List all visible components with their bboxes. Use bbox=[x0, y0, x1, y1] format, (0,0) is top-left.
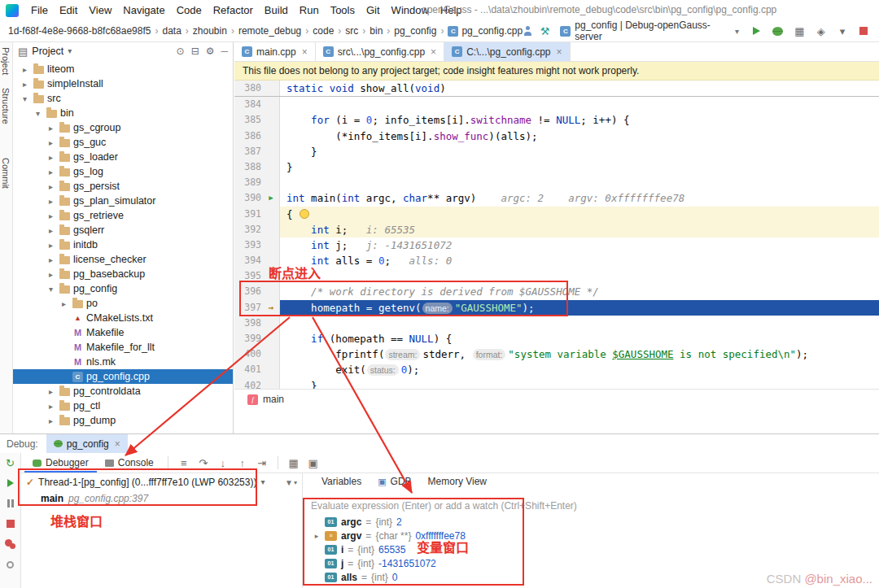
menu-code[interactable]: Code bbox=[171, 4, 208, 16]
code-line[interactable]: 388} bbox=[234, 159, 879, 175]
tab-gdb[interactable]: ▣ GDB bbox=[370, 476, 418, 487]
tree-chevron-icon[interactable]: ▸ bbox=[46, 168, 56, 176]
tree-chevron-icon[interactable]: ▸ bbox=[20, 65, 30, 74]
collapse-all-icon[interactable]: ⊟ bbox=[191, 46, 199, 56]
tree-chevron-icon[interactable]: ▾ bbox=[20, 94, 30, 103]
menu-refactor[interactable]: Refactor bbox=[208, 4, 259, 16]
step-over-icon[interactable]: ↷ bbox=[196, 458, 211, 468]
gutter[interactable]: 393 bbox=[234, 237, 280, 253]
tree-chevron-icon[interactable]: ▸ bbox=[46, 416, 56, 425]
stop-button[interactable] bbox=[857, 24, 871, 38]
rerun-button[interactable]: ↻ bbox=[3, 456, 18, 469]
gutter[interactable]: 400 bbox=[234, 346, 280, 362]
evaluate-expression-icon[interactable]: ▦ bbox=[286, 458, 301, 468]
line-number[interactable]: 387 bbox=[234, 144, 265, 159]
locate-file-icon[interactable]: ⊙ bbox=[177, 46, 185, 56]
breadcrumb-item[interactable]: zhoubin bbox=[193, 25, 227, 37]
line-number[interactable]: 388 bbox=[234, 159, 265, 175]
tree-chevron-icon[interactable]: ▸ bbox=[46, 270, 56, 279]
tree-chevron-icon[interactable]: ▸ bbox=[46, 402, 56, 411]
app-logo-icon[interactable] bbox=[6, 4, 19, 17]
line-number[interactable]: 397 bbox=[234, 300, 265, 316]
menu-build[interactable]: Build bbox=[259, 4, 294, 16]
gutter[interactable]: 401 bbox=[234, 362, 280, 377]
line-number[interactable]: 385 bbox=[234, 112, 265, 128]
tree-chevron-icon[interactable]: ▸ bbox=[46, 226, 56, 235]
menu-view[interactable]: View bbox=[83, 4, 117, 16]
tree-chevron-icon[interactable]: ▾ bbox=[46, 285, 56, 294]
gutter[interactable]: 388 bbox=[234, 159, 280, 175]
line-number[interactable]: 392 bbox=[234, 222, 265, 237]
tab-variables[interactable]: Variables bbox=[314, 476, 369, 487]
breadcrumb-item[interactable]: Cpg_config.cpp bbox=[448, 25, 523, 37]
menu-run[interactable]: Run bbox=[294, 4, 325, 16]
resume-button[interactable] bbox=[3, 477, 18, 490]
more-run-options-chevron[interactable]: ▾ bbox=[835, 24, 849, 38]
menu-tools[interactable]: Tools bbox=[325, 4, 361, 16]
line-number[interactable]: 384 bbox=[234, 97, 265, 112]
code-line[interactable]: 396 /* work directory is derived from $G… bbox=[234, 284, 879, 299]
tree-item-pg_dump[interactable]: ▸pg_dump bbox=[13, 413, 233, 428]
tree-item-gs_retrieve[interactable]: ▸gs_retrieve bbox=[13, 208, 233, 223]
line-number[interactable]: 396 bbox=[234, 284, 265, 299]
editor-tab[interactable]: Cmain.cpp× bbox=[234, 42, 316, 61]
line-number[interactable]: 380 bbox=[234, 81, 265, 96]
gutter[interactable]: 386 bbox=[234, 128, 280, 144]
tree-chevron-icon[interactable]: ▸ bbox=[46, 241, 56, 250]
chevron-down-icon[interactable]: ▾ bbox=[68, 47, 72, 55]
line-number[interactable]: 395 bbox=[234, 268, 265, 284]
code-line[interactable]: 389 bbox=[234, 175, 879, 190]
evaluate-expression-field[interactable]: Evaluate expression (Enter) or add a wat… bbox=[303, 500, 879, 512]
run-button[interactable] bbox=[750, 24, 763, 38]
tree-chevron-icon[interactable]: ▸ bbox=[59, 299, 69, 308]
step-into-icon[interactable]: ↓ bbox=[216, 458, 230, 468]
tree-item-pg_config[interactable]: ▾pg_config bbox=[13, 281, 233, 296]
tree-item-gs_log[interactable]: ▸gs_log bbox=[13, 164, 233, 179]
coverage-button[interactable]: ▦ bbox=[793, 24, 807, 38]
variable-row[interactable]: ▸≡argv = {char **} 0xfffffffee78 bbox=[303, 529, 879, 542]
gutter[interactable]: 397→ bbox=[234, 300, 280, 316]
editor-tab[interactable]: Csrc\...\pg_config.cpp× bbox=[316, 42, 444, 61]
gutter[interactable]: 380 bbox=[234, 81, 280, 96]
gutter[interactable]: 399 bbox=[234, 331, 280, 346]
code-line[interactable]: 395 bbox=[234, 268, 879, 284]
menu-git[interactable]: Git bbox=[361, 4, 386, 16]
tree-item-gs_guc[interactable]: ▸gs_guc bbox=[13, 135, 233, 150]
breadcrumb-item[interactable]: code bbox=[313, 25, 334, 37]
build-tools-icon[interactable]: ⚒ bbox=[540, 26, 550, 37]
stack-frame[interactable]: main pg_config.cpp:397 bbox=[21, 491, 302, 506]
tree-item-nls.mk[interactable]: Mnls.mk bbox=[13, 355, 233, 369]
breadcrumb-item[interactable]: bin bbox=[370, 25, 383, 37]
code-line[interactable]: 391{ bbox=[234, 207, 879, 222]
menu-navigate[interactable]: Navigate bbox=[117, 4, 170, 16]
line-number[interactable]: 390 bbox=[234, 190, 265, 206]
intention-bulb-icon[interactable] bbox=[300, 209, 309, 219]
breadcrumb-item[interactable]: remote_debug bbox=[238, 25, 301, 37]
stripe-project-button[interactable]: Project bbox=[1, 47, 11, 75]
variable-row[interactable]: 01i = {int} 65535 bbox=[303, 542, 879, 556]
code-line[interactable]: 401 exit(status:0); bbox=[234, 362, 879, 377]
stripe-commit-button[interactable]: Commit bbox=[1, 158, 11, 189]
gutter[interactable]: 391 bbox=[234, 207, 280, 222]
tab-memory-view[interactable]: Memory View bbox=[421, 476, 494, 487]
menu-file[interactable]: File bbox=[25, 4, 54, 16]
tree-chevron-icon[interactable]: ▸ bbox=[46, 255, 56, 264]
code-line[interactable]: 398 bbox=[234, 316, 879, 331]
debug-session-tab[interactable]: pg_config × bbox=[46, 434, 128, 453]
line-number[interactable]: 386 bbox=[234, 128, 265, 144]
gutter[interactable]: 384 bbox=[234, 97, 280, 112]
line-number[interactable]: 398 bbox=[234, 316, 265, 331]
tree-chevron-icon[interactable]: ▸ bbox=[46, 124, 56, 133]
run-configuration-select[interactable]: C pg_config | Debug-openGauss-server ▾ bbox=[557, 18, 742, 44]
tree-chevron-icon[interactable]: ▸ bbox=[46, 211, 56, 220]
breadcrumb-item[interactable]: pg_config bbox=[394, 25, 436, 37]
tree-item-gs_persist[interactable]: ▸gs_persist bbox=[13, 179, 233, 194]
filter-frames-icon[interactable]: ▼ ▾ bbox=[285, 478, 297, 487]
menu-edit[interactable]: Edit bbox=[54, 4, 83, 16]
line-number[interactable]: 389 bbox=[234, 175, 265, 190]
thread-selector[interactable]: ✓ Thread-1-[pg_config] (0...fff7ff7e10 (… bbox=[21, 473, 302, 491]
debug-button[interactable] bbox=[771, 24, 785, 38]
tree-item-bin[interactable]: ▾bin bbox=[13, 106, 233, 120]
variable-row[interactable]: 01j = {int} -1431651072 bbox=[303, 556, 879, 570]
line-number[interactable]: 394 bbox=[234, 253, 265, 268]
